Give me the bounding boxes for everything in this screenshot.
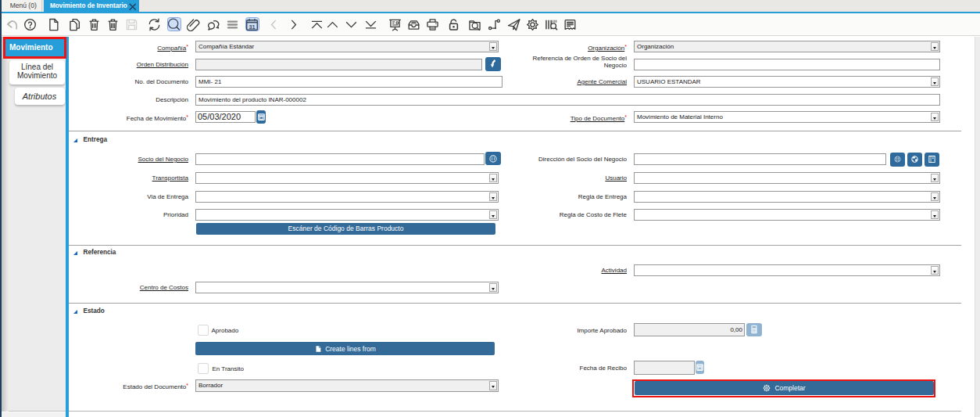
svg-text:31: 31: [249, 23, 255, 31]
